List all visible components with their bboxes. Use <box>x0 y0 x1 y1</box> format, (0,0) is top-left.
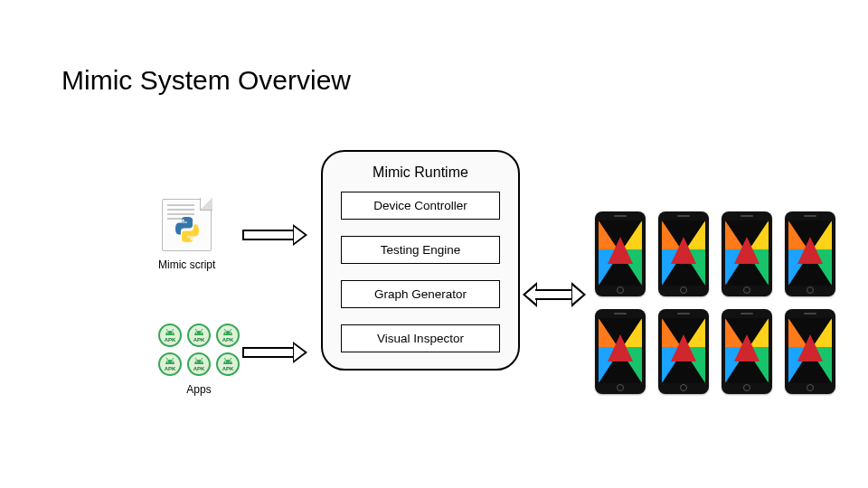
svg-point-16 <box>196 361 197 362</box>
svg-line-3 <box>173 329 175 331</box>
svg-line-2 <box>166 329 168 331</box>
svg-point-0 <box>167 333 168 333</box>
svg-line-7 <box>202 329 203 331</box>
svg-line-19 <box>202 358 203 360</box>
device-phone-icon <box>658 309 709 394</box>
svg-point-1 <box>172 333 173 333</box>
apk-icon: APK <box>216 324 240 347</box>
mimic-script-block: Mimic script <box>158 199 215 271</box>
apk-icon: APK <box>187 324 211 347</box>
svg-point-17 <box>201 361 202 362</box>
svg-point-8 <box>225 333 226 333</box>
module-graph-generator: Graph Generator <box>341 280 500 308</box>
runtime-title: Mimic Runtime <box>341 164 500 181</box>
device-phone-icon <box>722 211 772 296</box>
arrow-apps-to-runtime-icon <box>242 342 307 363</box>
apk-icon: APK <box>158 352 182 376</box>
device-phone-icon <box>785 309 835 394</box>
svg-line-6 <box>195 329 197 331</box>
apk-grid: APKAPKAPKAPKAPKAPK <box>158 324 240 376</box>
device-phone-icon <box>595 309 646 394</box>
apk-icon: APK <box>187 352 211 376</box>
svg-point-20 <box>225 361 226 362</box>
svg-line-18 <box>195 358 197 360</box>
arrow-runtime-devices-icon <box>523 282 586 307</box>
svg-line-11 <box>231 329 232 331</box>
device-phone-icon <box>722 309 772 394</box>
device-phone-icon <box>595 211 646 296</box>
svg-point-9 <box>230 333 231 333</box>
svg-point-13 <box>172 361 173 362</box>
module-visual-inspector: Visual Inspector <box>341 324 500 352</box>
apk-icon: APK <box>216 352 240 376</box>
svg-line-10 <box>224 329 226 331</box>
svg-point-4 <box>196 333 197 333</box>
device-grid <box>595 211 839 396</box>
python-file-icon <box>162 199 212 251</box>
svg-point-21 <box>230 361 231 362</box>
svg-line-23 <box>231 358 232 360</box>
svg-point-5 <box>201 333 202 333</box>
svg-point-12 <box>167 361 168 362</box>
apps-block: APKAPKAPKAPKAPKAPK Apps <box>158 324 240 396</box>
svg-line-22 <box>224 358 226 360</box>
device-phone-icon <box>658 211 709 296</box>
svg-line-14 <box>166 358 168 360</box>
arrow-script-to-runtime-icon <box>242 224 307 246</box>
svg-line-15 <box>173 358 175 360</box>
mimic-runtime-box: Mimic Runtime Device Controller Testing … <box>321 150 520 371</box>
page-title: Mimic System Overview <box>61 65 351 96</box>
module-device-controller: Device Controller <box>341 192 500 220</box>
apk-icon: APK <box>158 324 182 347</box>
device-phone-icon <box>785 211 835 296</box>
module-testing-engine: Testing Engine <box>341 236 500 264</box>
python-logo-icon <box>173 215 202 244</box>
apps-label: Apps <box>158 383 240 396</box>
mimic-script-label: Mimic script <box>158 258 215 271</box>
